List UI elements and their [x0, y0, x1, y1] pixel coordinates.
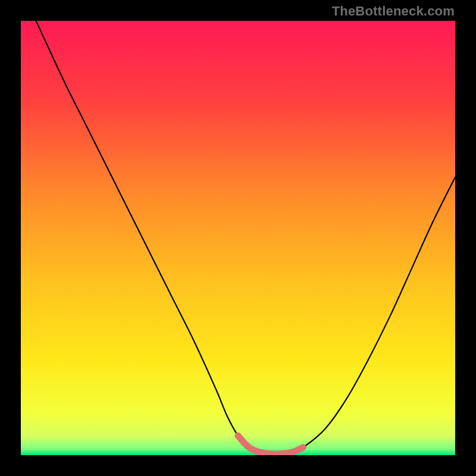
watermark-label: TheBottleneck.com	[332, 4, 455, 19]
chart-frame: TheBottleneck.com	[0, 0, 476, 476]
plot-area	[21, 21, 455, 455]
curve-layer	[21, 21, 455, 455]
highlight-segment	[238, 436, 303, 454]
bottleneck-curve	[36, 21, 455, 454]
